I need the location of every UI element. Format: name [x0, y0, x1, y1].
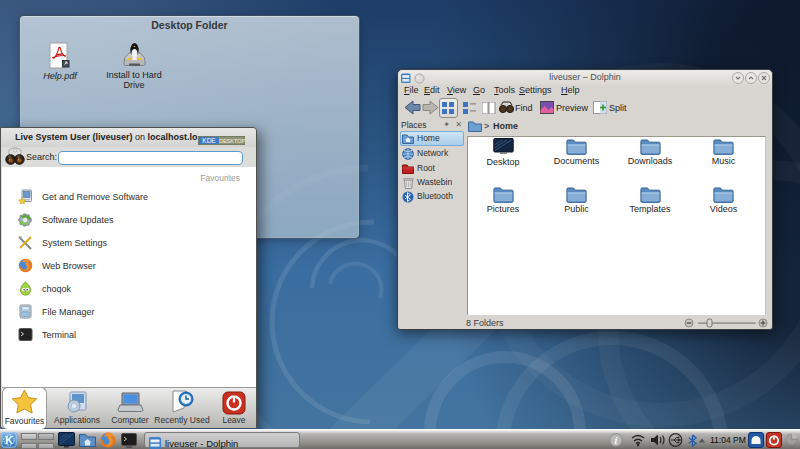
svg-text:K: K — [5, 434, 13, 446]
svg-text:KDE: KDE — [202, 137, 216, 144]
svg-text:DESKTOP: DESKTOP — [219, 138, 245, 144]
svg-text:i: i — [615, 435, 618, 446]
